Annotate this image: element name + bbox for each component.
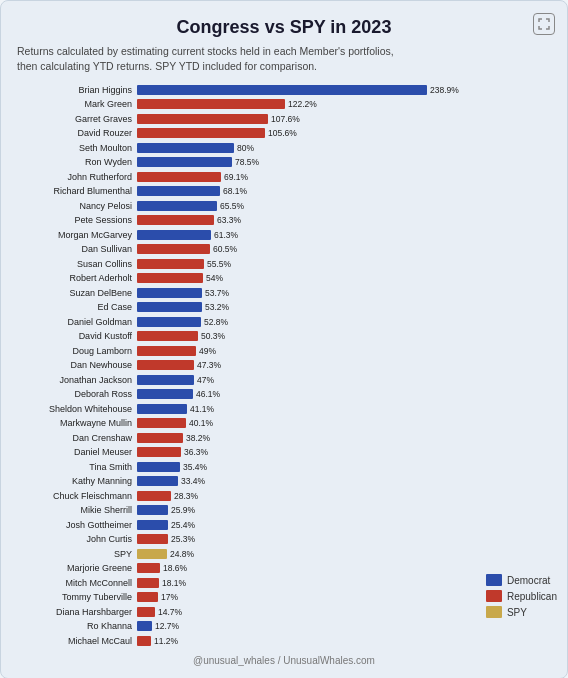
- bar-democrat: [137, 389, 193, 399]
- bar-container: 105.6%: [137, 128, 551, 138]
- bar-container: 28.3%: [137, 491, 551, 501]
- legend-item-democrat: Democrat: [486, 574, 557, 586]
- bar-value-label: 17%: [161, 592, 178, 602]
- bar-value-label: 55.5%: [207, 259, 231, 269]
- bar-row: Mikie Sherrill25.9%: [17, 504, 551, 517]
- bar-label: Marjorie Greene: [17, 563, 137, 573]
- bar-label: Robert Aderholt: [17, 273, 137, 283]
- legend-label: Republican: [507, 591, 557, 602]
- legend-label: Democrat: [507, 575, 550, 586]
- bar-value-label: 53.2%: [205, 302, 229, 312]
- bar-label: Tommy Tuberville: [17, 592, 137, 602]
- bar-row: Doug Lamborn49%: [17, 344, 551, 357]
- bar-row: Mitch McConnell18.1%: [17, 576, 551, 589]
- bar-label: Chuck Fleischmann: [17, 491, 137, 501]
- bar-value-label: 238.9%: [430, 85, 459, 95]
- bar-democrat: [137, 201, 217, 211]
- bar-container: 238.9%: [137, 85, 551, 95]
- bar-democrat: [137, 520, 168, 530]
- legend-color-box: [486, 590, 502, 602]
- bar-label: Richard Blumenthal: [17, 186, 137, 196]
- bar-row: Daniel Goldman52.8%: [17, 315, 551, 328]
- bar-democrat: [137, 621, 152, 631]
- bar-label: Susan Collins: [17, 259, 137, 269]
- bar-value-label: 65.5%: [220, 201, 244, 211]
- bar-label: Kathy Manning: [17, 476, 137, 486]
- bar-value-label: 53.7%: [205, 288, 229, 298]
- bar-row: Michael McCaul11.2%: [17, 634, 551, 647]
- bar-value-label: 47.3%: [197, 360, 221, 370]
- bar-value-label: 60.5%: [213, 244, 237, 254]
- bar-container: 107.6%: [137, 114, 551, 124]
- bar-value-label: 46.1%: [196, 389, 220, 399]
- bar-row: Marjorie Greene18.6%: [17, 562, 551, 575]
- bar-row: Deborah Ross46.1%: [17, 388, 551, 401]
- bar-container: 60.5%: [137, 244, 551, 254]
- bar-value-label: 40.1%: [189, 418, 213, 428]
- bar-label: Seth Moulton: [17, 143, 137, 153]
- bar-container: 25.4%: [137, 520, 551, 530]
- bar-row: Pete Sessions63.3%: [17, 214, 551, 227]
- bar-container: 24.8%: [137, 549, 551, 559]
- bar-row: SPY24.8%: [17, 547, 551, 560]
- bar-container: 122.2%: [137, 99, 551, 109]
- legend-color-box: [486, 574, 502, 586]
- bar-value-label: 24.8%: [170, 549, 194, 559]
- expand-icon[interactable]: [533, 13, 555, 35]
- bar-row: Josh Gottheimer25.4%: [17, 518, 551, 531]
- bar-value-label: 50.3%: [201, 331, 225, 341]
- bar-democrat: [137, 404, 187, 414]
- bar-republican: [137, 433, 183, 443]
- bar-container: 65.5%: [137, 201, 551, 211]
- bar-row: John Rutherford69.1%: [17, 170, 551, 183]
- bar-label: David Kustoff: [17, 331, 137, 341]
- bar-container: 78.5%: [137, 157, 551, 167]
- bar-label: Markwayne Mullin: [17, 418, 137, 428]
- bar-republican: [137, 418, 186, 428]
- bar-row: Garret Graves107.6%: [17, 112, 551, 125]
- bar-value-label: 107.6%: [271, 114, 300, 124]
- bar-republican: [137, 99, 285, 109]
- bar-row: Kathy Manning33.4%: [17, 475, 551, 488]
- bar-row: Brian Higgins238.9%: [17, 83, 551, 96]
- bar-value-label: 41.1%: [190, 404, 214, 414]
- bar-value-label: 33.4%: [181, 476, 205, 486]
- bar-container: 12.7%: [137, 621, 551, 631]
- bar-value-label: 61.3%: [214, 230, 238, 240]
- bar-container: 25.9%: [137, 505, 551, 515]
- bar-label: Jonathan Jackson: [17, 375, 137, 385]
- bar-label: Suzan DelBene: [17, 288, 137, 298]
- bar-container: 54%: [137, 273, 551, 283]
- bar-container: 33.4%: [137, 476, 551, 486]
- bar-value-label: 68.1%: [223, 186, 247, 196]
- bar-republican: [137, 636, 151, 646]
- legend-item-spy: SPY: [486, 606, 557, 618]
- bar-container: 53.7%: [137, 288, 551, 298]
- bar-label: David Rouzer: [17, 128, 137, 138]
- bar-democrat: [137, 505, 168, 515]
- bar-label: Morgan McGarvey: [17, 230, 137, 240]
- bar-label: Brian Higgins: [17, 85, 137, 95]
- bar-container: 25.3%: [137, 534, 551, 544]
- bar-container: 11.2%: [137, 636, 551, 646]
- bar-democrat: [137, 317, 201, 327]
- bar-container: 52.8%: [137, 317, 551, 327]
- bar-container: 40.1%: [137, 418, 551, 428]
- bar-label: Daniel Meuser: [17, 447, 137, 457]
- bar-value-label: 12.7%: [155, 621, 179, 631]
- bar-democrat: [137, 288, 202, 298]
- bar-container: 63.3%: [137, 215, 551, 225]
- bar-republican: [137, 114, 268, 124]
- bar-container: 68.1%: [137, 186, 551, 196]
- bar-row: Chuck Fleischmann28.3%: [17, 489, 551, 502]
- bar-row: David Rouzer105.6%: [17, 127, 551, 140]
- bar-label: Mitch McConnell: [17, 578, 137, 588]
- bar-value-label: 80%: [237, 143, 254, 153]
- subtitle: Returns calculated by estimating current…: [17, 44, 397, 73]
- bar-container: 55.5%: [137, 259, 551, 269]
- bar-republican: [137, 491, 171, 501]
- legend-item-republican: Republican: [486, 590, 557, 602]
- bar-label: Pete Sessions: [17, 215, 137, 225]
- bar-row: Mark Green122.2%: [17, 98, 551, 111]
- bar-row: Tina Smith35.4%: [17, 460, 551, 473]
